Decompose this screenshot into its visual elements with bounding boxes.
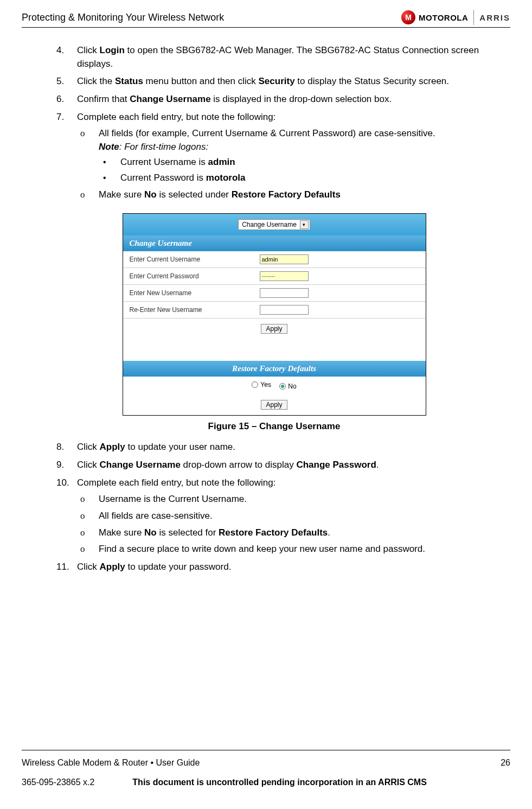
step-10: 10. Complete each field entry, but note … <box>56 476 492 556</box>
step-num: 5. <box>56 75 64 88</box>
note-text: : For first-time logons: <box>119 142 208 152</box>
chevron-down-icon[interactable]: ▾ <box>300 220 309 229</box>
change-username-screenshot: Change Username ▾ Change Username Enter … <box>123 213 426 416</box>
step-text: . <box>376 460 379 470</box>
bullet-item: Current Password is motorola <box>99 171 492 185</box>
section-title: Change Username <box>123 235 426 251</box>
apply-button[interactable]: Apply <box>261 400 287 410</box>
sub-text: All fields are case-sensitive. <box>99 511 213 521</box>
new-username-input[interactable] <box>260 288 309 298</box>
action-dropdown[interactable]: Change Username ▾ <box>238 219 310 230</box>
sub-text: Make sure <box>99 189 144 200</box>
figure-caption: Figure 15 – Change Username <box>56 421 492 432</box>
step-num: 7. <box>56 111 64 124</box>
form-row: Re-Enter New Username <box>123 302 426 318</box>
radio-label: Yes <box>260 381 271 388</box>
step-9: 9. Click Change Username drop-down arrow… <box>56 458 492 472</box>
radio-icon <box>279 383 286 390</box>
sub-text: Find a secure place to write down and ke… <box>99 544 425 554</box>
sub-text: Make sure <box>99 527 144 538</box>
step-text: Click <box>77 460 100 470</box>
sub-item: Username is the Current Username. <box>77 493 492 506</box>
field-label: Enter Current Password <box>130 272 260 280</box>
sub-item: All fields are case-sensitive. <box>77 509 492 523</box>
radio-label: No <box>288 383 296 390</box>
form-row: Enter New Username <box>123 285 426 302</box>
sub-text: is selected under <box>157 189 232 200</box>
current-password-input[interactable] <box>260 271 309 281</box>
step-text: Click <box>77 442 100 452</box>
step-11: 11. Click Apply to update your password. <box>56 560 492 574</box>
step-text: to display the Status Security screen. <box>295 76 449 86</box>
field-label: Enter Current Username <box>130 256 260 263</box>
step-text: to update your user name. <box>125 442 235 452</box>
footer-notice: This document is uncontrolled pending in… <box>132 778 427 787</box>
note-label: Note <box>99 142 119 152</box>
arris-logo: ARRIS <box>479 13 510 22</box>
step-text: Complete each field entry, but note the … <box>77 477 275 488</box>
bullet-b: motorola <box>206 173 246 183</box>
step-text-b: Change Username <box>100 460 181 470</box>
footer-page: 26 <box>501 758 510 768</box>
step-text-b: Change Password <box>296 460 376 470</box>
step-text-b: Apply <box>100 562 125 572</box>
sub-b: Restore Factory Defaults <box>232 189 341 200</box>
step-text: is displayed in the drop-down selection … <box>211 94 392 104</box>
reenter-username-input[interactable] <box>260 305 309 315</box>
step-num: 11. <box>56 560 69 574</box>
step-text: menu button and then click <box>143 76 259 86</box>
field-label: Enter New Username <box>130 289 260 297</box>
motorola-text: MOTOROLA <box>419 13 468 22</box>
step-text-b: Login <box>100 45 125 55</box>
motorola-logo: MOTOROLA <box>401 10 468 24</box>
step-5: 5. Click the Status menu button and then… <box>56 75 492 88</box>
logo-divider <box>473 10 474 25</box>
step-7: 7. Complete each field entry, but note t… <box>56 111 492 202</box>
step-6: 6. Confirm that Change Username is displ… <box>56 93 492 106</box>
sub-b: No <box>144 189 157 200</box>
sub-item: Make sure No is selected under Restore F… <box>77 188 492 202</box>
footer-docnum: 365-095-23865 x.2 <box>22 778 94 787</box>
step-8: 8. Click Apply to update your user name. <box>56 441 492 454</box>
sub-b: Restore Factory Defaults <box>219 527 328 538</box>
step-text: drop-down arrow to display <box>181 460 297 470</box>
step-num: 9. <box>56 458 64 472</box>
apply-button[interactable]: Apply <box>261 324 287 334</box>
step-text: Complete each field entry, but note the … <box>77 112 275 122</box>
restore-yes-radio[interactable]: Yes <box>252 381 271 388</box>
sub-text: Username is the Current Username. <box>99 494 247 504</box>
sub-item: All fields (for example, Current Usernam… <box>77 127 492 185</box>
step-text: Click the <box>77 76 115 86</box>
footer-guide: Wireless Cable Modem & Router • User Gui… <box>22 758 200 768</box>
form-row: Enter Current Password <box>123 268 426 285</box>
step-num: 8. <box>56 441 64 454</box>
step-num: 6. <box>56 93 64 106</box>
sub-item: Find a secure place to write down and ke… <box>77 543 492 556</box>
step-text-b: Security <box>259 76 295 86</box>
step-text: to open the SBG6782-AC Web Manager. The … <box>77 45 479 69</box>
step-text: Click <box>77 45 100 55</box>
field-label: Re-Enter New Username <box>130 306 260 314</box>
motorola-icon <box>401 10 415 24</box>
sub-text: is selected for <box>157 527 219 538</box>
sub-item: Make sure No is selected for Restore Fac… <box>77 526 492 540</box>
step-text: Click <box>77 562 100 572</box>
step-text-b: Change Username <box>130 94 210 104</box>
step-text: Confirm that <box>77 94 130 104</box>
bullet-b: admin <box>208 157 235 167</box>
sub-b: No <box>144 527 157 538</box>
sub-text: All fields (for example, Current Usernam… <box>99 128 435 138</box>
header-logos: MOTOROLA ARRIS <box>401 10 510 25</box>
current-username-input[interactable] <box>260 254 309 264</box>
ui-topbar: Change Username ▾ <box>123 214 426 235</box>
step-num: 10. <box>56 476 69 490</box>
step-4: 4. Click Login to open the SBG6782-AC We… <box>56 44 492 71</box>
radio-row: Yes No <box>123 377 426 394</box>
step-num: 4. <box>56 44 64 58</box>
radio-icon <box>252 381 258 388</box>
bullet-text: Current Password is <box>120 173 206 183</box>
step-text: to update your password. <box>125 562 232 572</box>
sub-text: . <box>328 527 330 538</box>
restore-no-radio[interactable]: No <box>279 383 296 390</box>
step-text-b: Apply <box>100 442 125 452</box>
